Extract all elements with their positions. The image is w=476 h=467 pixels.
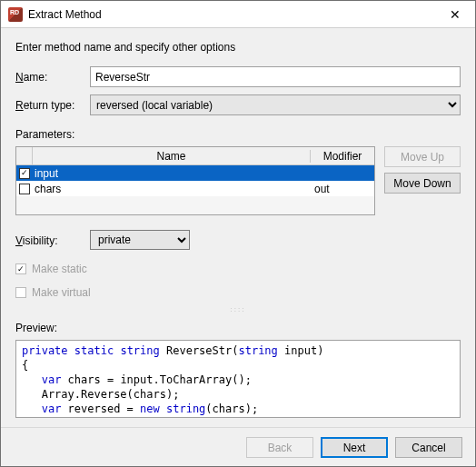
make-static-checkbox[interactable]: ✓ [15,263,26,274]
grid-buttons: Move Up Move Down [384,146,461,215]
row-modifier: out [311,183,374,195]
name-row: Name: [15,66,461,87]
visibility-label: Visibility: [15,234,90,247]
make-virtual-row: Make virtual [15,286,461,299]
make-static-label: Make static [32,263,87,275]
parameters-label: Parameters: [15,128,461,141]
grid-header-modifier: Modifier [311,150,374,163]
table-row[interactable]: ✓ input [16,165,374,181]
grid-header-check [16,147,33,164]
preview-label: Preview: [15,322,461,334]
close-button[interactable]: ✕ [434,1,475,28]
row-name: input [33,167,311,180]
next-button[interactable]: Next [321,437,388,458]
return-row: Return type: reversed (local variable) [15,94,461,115]
row-name: chars [33,183,311,195]
name-label: Name: [15,70,90,84]
dialog-footer: Back Next Cancel [1,427,475,467]
cancel-button[interactable]: Cancel [395,437,462,458]
row-checkbox[interactable]: ✓ [16,168,33,179]
resize-gripper-icon[interactable]: :::: [15,306,461,313]
table-row[interactable]: chars out [16,181,374,196]
visibility-row: Visibility: private [15,230,461,250]
intro-text: Enter method name and specify other opti… [15,41,461,54]
row-checkbox[interactable] [16,184,33,194]
visibility-select[interactable]: private [90,230,190,250]
titlebar: Extract Method ✕ [1,1,475,28]
dialog-window: Extract Method ✕ Enter method name and s… [0,0,476,467]
dialog-title: Extract Method [28,8,434,21]
move-up-button[interactable]: Move Up [384,146,461,167]
parameters-area: Name Modifier ✓ input chars out Move Up … [15,146,461,215]
app-icon [8,7,23,22]
return-type-select[interactable]: reversed (local variable) [90,94,461,115]
move-down-button[interactable]: Move Down [384,173,461,194]
parameters-grid[interactable]: Name Modifier ✓ input chars out [15,146,375,215]
return-label: Return type: [15,98,90,112]
grid-header-name: Name [33,150,311,163]
make-virtual-label: Make virtual [32,286,91,299]
grid-header: Name Modifier [16,147,374,165]
dialog-content: Enter method name and specify other opti… [1,28,475,427]
preview-code: private static string ReverseStr(string … [15,340,461,418]
name-input[interactable] [90,66,461,87]
make-virtual-checkbox[interactable] [15,287,26,298]
make-static-row: ✓ Make static [15,263,461,275]
back-button[interactable]: Back [246,437,313,458]
